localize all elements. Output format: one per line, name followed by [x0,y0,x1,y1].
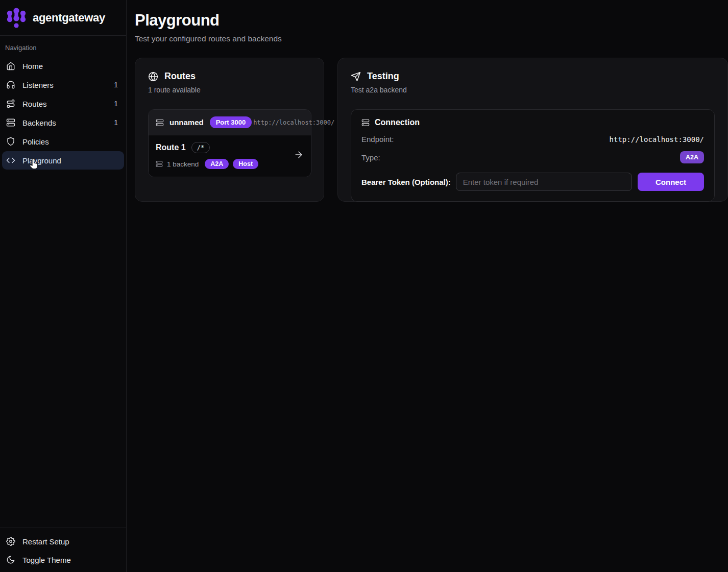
type-label: Type: [361,153,380,162]
sidebar-footer: Restart Setup Toggle Theme [0,528,126,572]
connection-panel: Connection Endpoint: http://localhost:30… [351,109,715,202]
type-badge: A2A [680,151,704,163]
server-icon [6,118,15,127]
route-open-arrow[interactable] [294,150,304,162]
sidebar-item-label: Backends [22,118,107,127]
listener-port-badge: Port 3000 [210,116,252,128]
sidebar-navigation: Navigation Home Listeners 1 Routes 1 Bac… [0,36,126,528]
gear-icon [6,537,15,546]
route-path-badge: /* [191,142,210,153]
send-icon [351,72,361,82]
sidebar: agentgateway Navigation Home Listeners 1… [0,0,127,572]
server-icon [156,160,163,168]
route-protocol-badge: A2A [205,159,229,169]
sidebar-item-home[interactable]: Home [2,57,124,75]
testing-card-header: Testing [351,71,715,82]
sidebar-item-count: 1 [114,100,118,108]
bearer-token-label: Bearer Token (Optional): [361,178,451,186]
sidebar-item-label: Policies [22,137,118,146]
restart-setup-button[interactable]: Restart Setup [2,532,124,551]
sidebar-item-routes[interactable]: Routes 1 [2,94,124,113]
listener-url: http://localhost:3000/ [253,119,334,126]
cards-row: Routes 1 route available unnamed Port 30… [135,58,728,202]
route-list-item[interactable]: Route 1 /* 1 backend A2A Host [149,135,311,177]
sidebar-item-label: Playground [22,156,118,165]
route-host-badge: Host [233,159,258,169]
sidebar-item-label: Listeners [22,81,107,89]
listener-header: unnamed Port 3000 http://localhost:3000/ [149,110,311,135]
app-logo: agentgateway [0,0,126,36]
endpoint-label: Endpoint: [361,135,394,144]
testing-card-subtitle: Test a2a backend [351,86,715,94]
connection-header: Connection [361,118,704,127]
main-content: Playground Test your configured routes a… [127,0,728,572]
endpoint-value: http://localhost:3000/ [610,135,704,144]
agentgateway-logo-icon [6,6,27,30]
route-icon [6,99,15,108]
route-backend-count: 1 backend [167,160,199,168]
routes-card-title: Routes [164,71,196,82]
page-title: Playground [135,11,728,30]
server-icon [361,118,370,127]
listener-name: unnamed [169,118,204,127]
moon-icon [6,555,15,564]
routes-card-subtitle: 1 route available [148,86,311,94]
sidebar-item-backends[interactable]: Backends 1 [2,113,124,132]
server-icon [156,118,164,127]
sidebar-item-listeners[interactable]: Listeners 1 [2,76,124,94]
code-icon [6,156,15,165]
app-root: agentgateway Navigation Home Listeners 1… [0,0,728,572]
arrow-right-icon [294,150,304,160]
endpoint-row: Endpoint: http://localhost:3000/ [361,135,704,144]
sidebar-item-label: Routes [22,100,107,108]
app-title: agentgateway [33,11,105,25]
shield-icon [6,137,15,146]
connect-button[interactable]: Connect [638,173,704,191]
sidebar-item-count: 1 [114,81,118,89]
routes-card-header: Routes [148,71,311,82]
route-info: Route 1 /* 1 backend A2A Host [156,142,258,169]
headphones-icon [6,80,15,89]
sidebar-item-playground[interactable]: Playground [2,151,124,170]
sidebar-item-count: 1 [114,118,118,127]
sidebar-item-policies[interactable]: Policies [2,132,124,151]
testing-card: Testing Test a2a backend Connection Endp… [337,58,728,202]
bearer-token-row: Bearer Token (Optional): Connect [361,173,704,191]
route-name: Route 1 [156,143,186,152]
sidebar-item-label: Home [22,62,118,70]
bearer-token-input[interactable] [456,173,632,191]
testing-card-title: Testing [367,71,399,82]
globe-icon [148,72,158,82]
page-subtitle: Test your configured routes and backends [135,34,728,43]
routes-card: Routes 1 route available unnamed Port 30… [135,58,324,202]
connection-title: Connection [375,118,420,127]
nav-section-label: Navigation [2,41,124,57]
home-icon [6,61,15,70]
toggle-theme-button[interactable]: Toggle Theme [2,551,124,569]
listener-group: unnamed Port 3000 http://localhost:3000/… [148,109,311,177]
restart-setup-label: Restart Setup [22,537,118,546]
type-row: Type: A2A [361,151,704,163]
toggle-theme-label: Toggle Theme [22,556,118,564]
